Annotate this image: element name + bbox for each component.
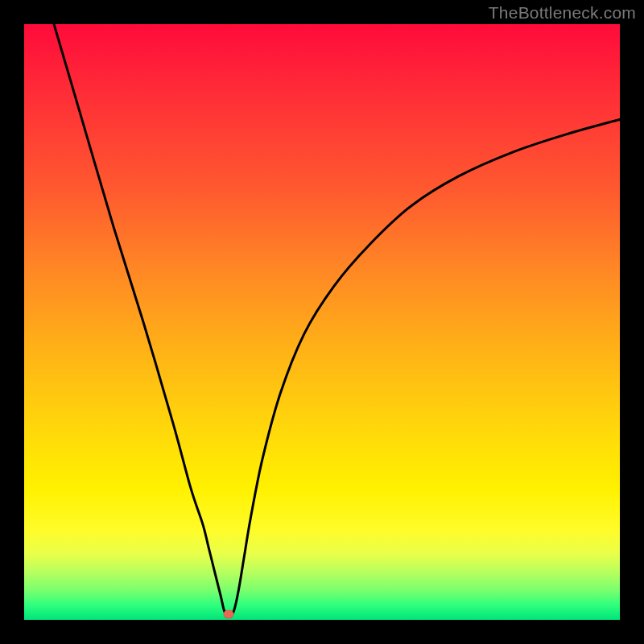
chart-frame: TheBottleneck.com — [0, 0, 644, 644]
watermark-text: TheBottleneck.com — [489, 3, 636, 23]
plot-area — [24, 24, 620, 620]
gradient-background — [24, 24, 620, 620]
optimum-marker — [223, 609, 233, 618]
